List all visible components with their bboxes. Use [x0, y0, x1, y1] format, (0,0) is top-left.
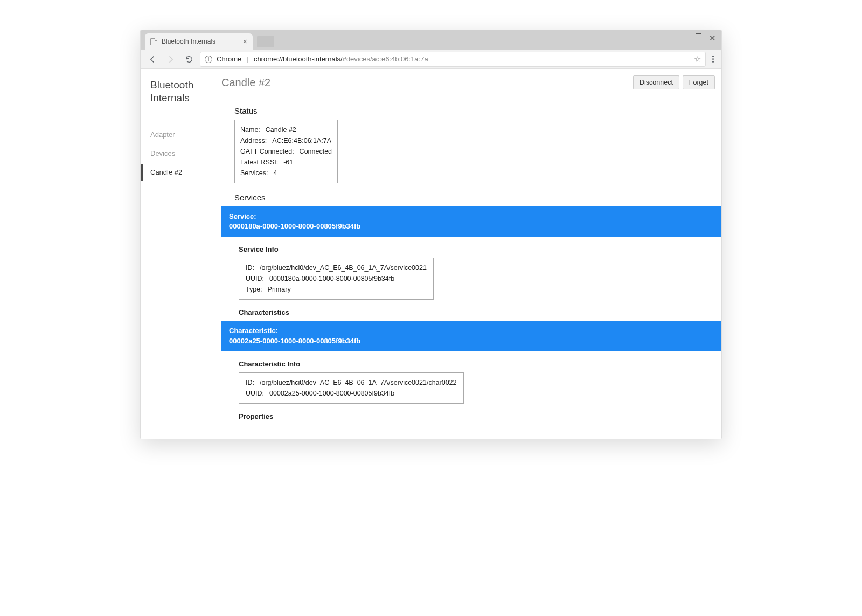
- status-name-k: Name: [240, 126, 260, 134]
- char-uuid-v: 00002a25-0000-1000-8000-00805f9b34fb: [269, 390, 394, 397]
- characteristics-heading: Characteristics: [239, 308, 721, 316]
- tab-bar: Bluetooth Internals × — ✕: [141, 30, 721, 50]
- sidebar-item-candle[interactable]: Candle #2: [150, 163, 221, 182]
- status-name-v: Candle #2: [266, 126, 296, 134]
- window-controls: — ✕: [680, 33, 716, 43]
- sidebar-item-adapter[interactable]: Adapter: [150, 125, 221, 144]
- disconnect-button[interactable]: Disconnect: [633, 75, 679, 89]
- minimize-icon[interactable]: —: [680, 33, 688, 43]
- status-heading: Status: [234, 106, 721, 115]
- url-host: chrome://bluetooth-internals/: [254, 55, 343, 63]
- site-info-icon[interactable]: i: [205, 56, 212, 63]
- status-svc-v: 4: [273, 169, 277, 177]
- characteristic-row[interactable]: Characteristic: 00002a25-0000-1000-8000-…: [221, 321, 721, 351]
- url-separator: |: [247, 55, 248, 63]
- chrome-window: Bluetooth Internals × — ✕ i Chrome | chr…: [140, 30, 722, 439]
- char-info-section: Characteristic Info ID/org/bluez/hci0/de…: [221, 360, 721, 420]
- sidebar: Bluetooth Internals Adapter Devices Cand…: [141, 69, 221, 439]
- svc-type-k: Type: [246, 286, 262, 293]
- status-svc-k: Services: [240, 169, 268, 177]
- close-window-icon[interactable]: ✕: [709, 33, 716, 43]
- services-heading: Services: [234, 193, 721, 202]
- sidebar-title: Bluetooth Internals: [150, 79, 221, 105]
- service-label: Service:: [229, 212, 714, 222]
- service-info-box: ID/org/bluez/hci0/dev_AC_E6_4B_06_1A_7A/…: [239, 258, 434, 300]
- bookmark-star-icon[interactable]: ☆: [694, 54, 701, 64]
- char-uuid: 00002a25-0000-1000-8000-00805f9b34fb: [229, 336, 714, 346]
- tab-title: Bluetooth Internals: [162, 38, 215, 45]
- url-path: #devices/ac:e6:4b:06:1a:7a: [343, 55, 428, 63]
- page-content: Bluetooth Internals Adapter Devices Cand…: [141, 69, 721, 439]
- service-row[interactable]: Service: 0000180a-0000-1000-8000-00805f9…: [221, 206, 721, 237]
- new-tab-button[interactable]: [257, 36, 274, 47]
- maximize-icon[interactable]: [696, 33, 701, 39]
- sidebar-item-devices[interactable]: Devices: [150, 144, 221, 163]
- status-box: NameCandle #2 AddressAC:E6:4B:06:1A:7A G…: [234, 120, 338, 183]
- status-addr-v: AC:E6:4B:06:1A:7A: [272, 137, 331, 144]
- status-rssi-k: Latest RSSI: [240, 158, 278, 166]
- page-title: Candle #2: [221, 77, 270, 89]
- status-addr-k: Address: [240, 137, 267, 144]
- reload-button[interactable]: [182, 52, 197, 67]
- toolbar: i Chrome | chrome://bluetooth-internals/…: [141, 50, 721, 69]
- page-header: Candle #2 Disconnect Forget: [221, 75, 721, 96]
- back-button[interactable]: [145, 52, 160, 67]
- chrome-menu-icon[interactable]: [712, 56, 714, 63]
- char-info-box: ID/org/bluez/hci0/dev_AC_E6_4B_06_1A_7A/…: [239, 372, 464, 404]
- status-gatt-k: GATT Connected: [240, 148, 294, 155]
- svc-uuid-v: 0000180a-0000-1000-8000-00805f9b34fb: [269, 275, 394, 282]
- char-info-heading: Characteristic Info: [239, 360, 721, 368]
- svc-uuid-k: UUID: [246, 275, 264, 282]
- forget-button[interactable]: Forget: [683, 75, 715, 89]
- char-label: Characteristic:: [229, 326, 714, 336]
- address-bar[interactable]: i Chrome | chrome://bluetooth-internals/…: [200, 52, 706, 67]
- service-info-section: Service Info ID/org/bluez/hci0/dev_AC_E6…: [221, 245, 721, 316]
- svc-type-v: Primary: [268, 286, 291, 293]
- char-uuid-k: UUID: [246, 390, 264, 397]
- properties-heading: Properties: [239, 412, 721, 420]
- close-tab-icon[interactable]: ×: [243, 37, 247, 46]
- forward-button[interactable]: [163, 52, 178, 67]
- service-uuid: 0000180a-0000-1000-8000-00805f9b34fb: [229, 222, 714, 231]
- page-icon: [150, 38, 157, 45]
- main-panel: Candle #2 Disconnect Forget Status NameC…: [221, 69, 721, 439]
- char-id-v: /org/bluez/hci0/dev_AC_E6_4B_06_1A_7A/se…: [260, 379, 457, 386]
- svc-id-v: /org/bluez/hci0/dev_AC_E6_4B_06_1A_7A/se…: [260, 264, 427, 272]
- browser-tab[interactable]: Bluetooth Internals ×: [145, 33, 253, 50]
- status-gatt-v: Connected: [300, 148, 332, 155]
- status-rssi-v: -61: [283, 158, 293, 166]
- status-section: Status NameCandle #2 AddressAC:E6:4B:06:…: [221, 106, 721, 202]
- url-scheme: Chrome: [217, 55, 241, 63]
- svc-id-k: ID: [246, 264, 254, 272]
- char-id-k: ID: [246, 379, 254, 386]
- service-info-heading: Service Info: [239, 245, 721, 253]
